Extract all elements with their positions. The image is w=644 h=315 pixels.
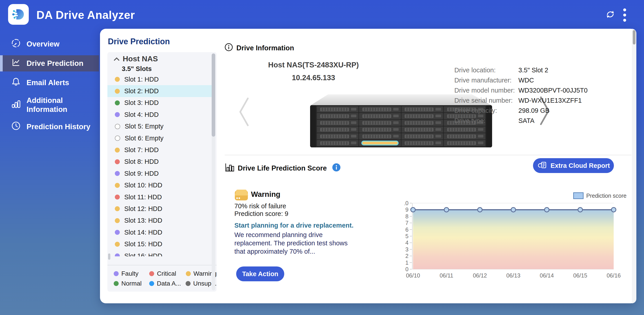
drive-detail-label: Drive manufacturer: — [454, 76, 518, 84]
sidebar-item-label: Overview — [26, 40, 60, 48]
drive-detail-row: Drive serial number:WD-WXU1E13XZFF1 — [454, 96, 588, 106]
info-filled-icon[interactable] — [332, 163, 341, 174]
nas-bay — [359, 113, 401, 119]
slot-item[interactable]: Slot 5: Empty — [108, 121, 212, 132]
slot-item[interactable]: Slot 6: Empty — [108, 132, 212, 144]
histogram-icon — [224, 162, 234, 174]
sidebar-item-label: Drive Prediction — [26, 59, 83, 68]
extra-cloud-report-button[interactable]: Extra Cloud Report — [533, 158, 614, 173]
slot-item[interactable]: Slot 15: HDD — [108, 238, 212, 250]
nas-bay — [317, 113, 358, 119]
svg-text:06/10: 06/10 — [406, 272, 420, 278]
svg-text:5: 5 — [405, 233, 408, 239]
take-action-button[interactable]: Take Action — [236, 266, 284, 281]
svg-text:3: 3 — [405, 246, 408, 252]
svg-text:2: 2 — [405, 253, 408, 259]
sidebar-item-prediction-history[interactable]: Prediction History — [0, 119, 99, 135]
app-window: DA Drive Analyzer Overview — [0, 0, 644, 315]
nas-bay — [402, 126, 443, 132]
slot-status-dot — [115, 77, 120, 82]
nas-bay — [359, 133, 401, 139]
legend-item: Data A... — [149, 280, 186, 287]
nas-bay — [359, 106, 401, 112]
panel-scrollbar-thumb[interactable] — [633, 30, 636, 44]
legend-label: Critical — [157, 270, 176, 277]
slot-status-dot — [115, 124, 120, 129]
svg-text:10: 10 — [404, 200, 408, 206]
drive-information-header: Drive Information — [224, 43, 294, 54]
take-action-label: Take Action — [242, 270, 278, 278]
advice-title: Start planning for a drive replacement. — [234, 222, 354, 229]
carousel-prev-icon[interactable] — [237, 96, 250, 128]
legend-label: Data A... — [157, 280, 181, 287]
drive-detail-value: WD-WXU1E13XZFF1 — [518, 97, 582, 104]
drive-detail-row: Drive manufacturer:WDC — [454, 75, 588, 86]
risk-text: 70% risk of failure — [234, 202, 286, 210]
nas-bay — [444, 133, 485, 139]
sidebar-item-email-alerts[interactable]: Email Alerts — [0, 74, 99, 91]
slot-item[interactable]: Slot 4: HDD — [108, 109, 212, 120]
legend-status-dot — [186, 281, 190, 286]
svg-text:7: 7 — [405, 220, 408, 226]
nas-bay — [317, 106, 358, 112]
nas-bay — [402, 113, 443, 119]
slot-label: Slot 6: Empty — [125, 134, 163, 142]
refresh-icon[interactable] — [605, 9, 616, 21]
tree-node-host-nas[interactable]: Host NAS — [113, 54, 158, 63]
slot-item[interactable]: Slot 10: HDD — [108, 180, 212, 191]
svg-text:8: 8 — [405, 213, 408, 220]
slot-item[interactable]: Slot 16: HDD — [108, 250, 212, 256]
slot-label: Slot 4: HDD — [124, 111, 159, 118]
panel-scrollbar[interactable] — [632, 29, 636, 303]
chevron-up-icon[interactable] — [113, 54, 120, 63]
sidebar-item-additional-information[interactable]: Additional Information — [0, 92, 99, 117]
gauge-icon — [11, 38, 21, 50]
nas-bay — [359, 126, 401, 132]
slot-status-dot — [115, 254, 120, 256]
sidebar-item-label: Prediction History — [26, 122, 90, 131]
tree-scrollbar[interactable] — [212, 54, 215, 290]
content-panel: Drive Prediction Host NAS 3.5" Slots Slo… — [100, 29, 636, 303]
slot-item[interactable]: Slot 9: HDD — [108, 168, 212, 179]
slot-item[interactable]: Slot 3: HDD — [108, 97, 212, 109]
nas-bay — [317, 120, 358, 126]
legend-item: Critical — [149, 270, 186, 277]
nas-ip: 10.24.65.133 — [226, 74, 401, 82]
slot-label: Slot 11: HDD — [124, 194, 162, 201]
drive-detail-value: SATA — [518, 117, 534, 124]
slot-item[interactable]: Slot 14: HDD — [108, 226, 212, 238]
slot-item[interactable]: Slot 12: HDD — [108, 203, 212, 214]
section-divider — [225, 155, 632, 155]
nas-bay — [317, 133, 358, 139]
nas-bay-highlighted — [359, 140, 401, 146]
sidebar-item-drive-prediction[interactable]: Drive Prediction — [0, 55, 99, 72]
bar-chart-icon — [11, 99, 21, 111]
nas-bay — [359, 120, 401, 126]
slot-status-dot — [115, 171, 120, 176]
slot-status-dot — [115, 230, 120, 235]
slot-item[interactable]: Slot 7: HDD — [108, 144, 212, 156]
tree-group-label: 3.5" Slots — [122, 65, 152, 72]
slot-label: Slot 9: HDD — [124, 170, 159, 177]
kebab-menu-icon[interactable] — [623, 8, 626, 23]
score-text: Prediction score: 9 — [234, 210, 288, 218]
slot-item[interactable]: Slot 2: HDD — [108, 85, 212, 97]
tree-scrollbar-thumb[interactable] — [212, 54, 215, 136]
slot-status-dot — [115, 206, 120, 211]
slot-label: Slot 1: HDD — [124, 76, 159, 83]
nas-name: Host NAS(TS-2483XU-RP) — [226, 61, 401, 69]
svg-text:06/16: 06/16 — [607, 272, 621, 278]
drive-detail-value: 298.09 GB — [518, 107, 550, 114]
slot-item[interactable]: Slot 8: HDD — [108, 156, 212, 168]
slot-item[interactable]: Slot 11: HDD — [108, 191, 212, 203]
slot-item[interactable]: Slot 1: HDD — [108, 74, 212, 85]
slot-label: Slot 2: HDD — [124, 88, 159, 95]
divider — [108, 265, 216, 265]
slot-item[interactable]: Slot 13: HDD — [108, 215, 212, 226]
slot-status-dot — [115, 194, 120, 200]
drive-detail-row: Drive location:3.5" Slot 2 — [454, 65, 588, 75]
nas-bay — [444, 140, 485, 146]
slot-status-dot — [115, 159, 120, 164]
sidebar-item-overview[interactable]: Overview — [0, 35, 99, 53]
slot-status-dot — [115, 218, 120, 223]
